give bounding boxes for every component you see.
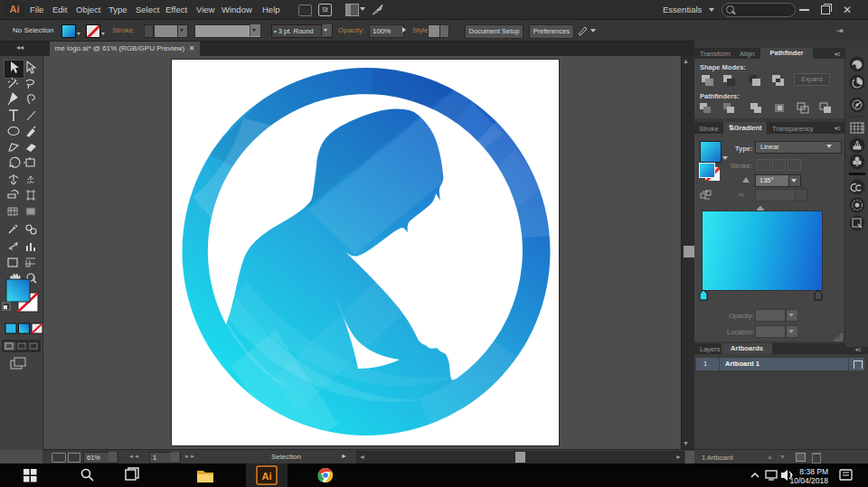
svg-text:10/04/2018: 10/04/2018 <box>789 476 828 485</box>
svg-text:8:38 PM: 8:38 PM <box>799 467 828 476</box>
svg-text:Ai: Ai <box>262 471 272 482</box>
